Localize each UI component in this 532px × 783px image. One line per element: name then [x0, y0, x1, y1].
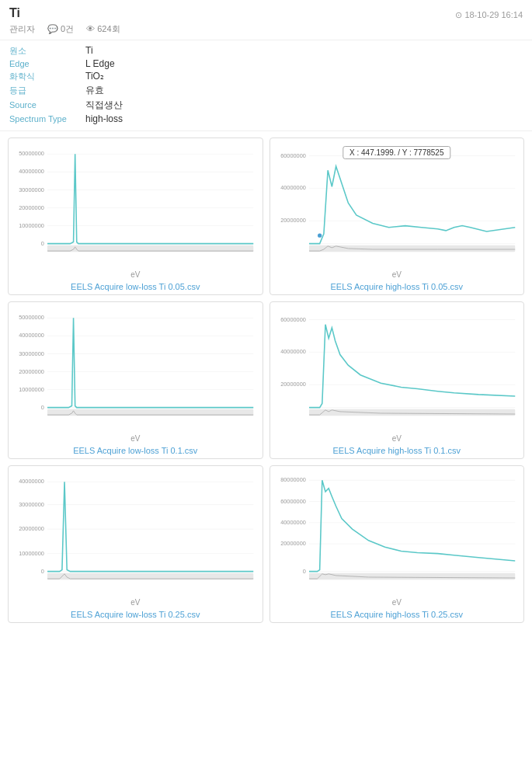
info-label: Edge: [9, 59, 79, 68]
svg-text:40000000: 40000000: [280, 184, 306, 191]
chart-xlabel-1-left: eV: [13, 270, 258, 279]
svg-text:40000000: 40000000: [19, 332, 44, 339]
chart-title-3-right[interactable]: EELS Acquire high-loss Ti 0.25.csv: [275, 610, 520, 619]
chart-card-3-right: 80000000 60000000 40000000 20000000 0 50…: [269, 465, 525, 623]
chart-svg-2-right: 60000000 40000000 20000000 450 500 550 6…: [275, 308, 520, 417]
info-value: 유효: [85, 84, 104, 97]
info-row: 화학식TiO₂: [9, 71, 523, 82]
svg-text:10000000: 10000000: [19, 222, 44, 229]
svg-text:20000000: 20000000: [280, 381, 306, 388]
info-section: 원소TiEdgeL Edge화학식TiO₂등급유효Source직접생산Spect…: [0, 40, 532, 131]
chart-title-3-left[interactable]: EELS Acquire low-loss Ti 0.25.csv: [13, 610, 258, 619]
svg-text:10000000: 10000000: [19, 550, 44, 557]
info-row: 원소Ti: [9, 45, 523, 57]
chart-xlabel-3-left: eV: [13, 598, 258, 607]
info-value: TiO₂: [85, 71, 104, 82]
charts-row-2: 50000000 40000000 30000000 20000000 1000…: [8, 301, 524, 459]
svg-text:40000000: 40000000: [280, 519, 306, 526]
page-title: Ti: [9, 6, 20, 20]
chart-title-2-left[interactable]: EELS Acquire low-loss Ti 0.1.csv: [13, 446, 258, 455]
svg-text:0: 0: [41, 404, 44, 411]
info-row: Spectrum Typehigh-loss: [9, 113, 523, 124]
info-value: 직접생산: [85, 99, 123, 112]
chart-card-1-right: X : 447.1999. / Y : 7778525 60000000 400…: [269, 137, 525, 295]
chart-title-2-right[interactable]: EELS Acquire high-loss Ti 0.1.csv: [275, 446, 520, 455]
comments-count: 0건: [61, 24, 74, 33]
svg-text:20000000: 20000000: [19, 368, 44, 375]
timestamp: ⊙ 18-10-29 16:14: [455, 10, 523, 20]
chart-xlabel-1-right: eV: [275, 270, 520, 279]
chart-svg-3-left: 40000000 30000000 20000000 10000000 0 0 …: [13, 472, 258, 581]
svg-text:20000000: 20000000: [280, 217, 306, 224]
page-header: Ti ⊙ 18-10-29 16:14 관리자 💬 0건 👁 624회: [0, 0, 532, 40]
svg-text:60000000: 60000000: [280, 316, 306, 323]
manager-label: 관리자: [9, 23, 35, 35]
svg-text:30000000: 30000000: [19, 186, 44, 193]
chart-svg-1-left: 50000000 40000000 30000000 20000000 1000…: [13, 144, 258, 253]
info-row: Source직접생산: [9, 99, 523, 112]
svg-text:10000000: 10000000: [19, 386, 44, 393]
chart-area-3-right: 80000000 60000000 40000000 20000000 0 50…: [275, 472, 520, 597]
chart-xlabel-3-right: eV: [275, 598, 520, 607]
chart-svg-2-left: 50000000 40000000 30000000 20000000 1000…: [13, 308, 258, 417]
chart-title-1-right[interactable]: EELS Acquire high-loss Ti 0.05.csv: [275, 282, 520, 291]
views-meta: 👁 624회: [86, 23, 120, 35]
svg-text:60000000: 60000000: [280, 152, 306, 159]
svg-text:60000000: 60000000: [280, 498, 306, 505]
chart-area-2-right: 60000000 40000000 20000000 450 500 550 6…: [275, 308, 520, 433]
info-value: L Edge: [85, 58, 115, 69]
chart-card-3-left: 40000000 30000000 20000000 10000000 0 0 …: [8, 465, 263, 623]
chart-xlabel-2-right: eV: [275, 434, 520, 443]
chart-area-3-left: 40000000 30000000 20000000 10000000 0 0 …: [13, 472, 258, 597]
svg-text:0: 0: [41, 240, 44, 247]
chart-area-1-right: X : 447.1999. / Y : 7778525 60000000 400…: [275, 144, 520, 269]
svg-text:0: 0: [302, 568, 305, 575]
comments-meta: 💬 0건: [47, 23, 74, 35]
svg-text:80000000: 80000000: [280, 476, 306, 483]
svg-text:40000000: 40000000: [19, 478, 44, 485]
info-label: Source: [9, 100, 79, 110]
views-icon: 👁: [86, 24, 95, 33]
chart-card-2-left: 50000000 40000000 30000000 20000000 1000…: [8, 301, 263, 459]
info-label: 등급: [9, 85, 79, 96]
info-value: Ti: [85, 45, 93, 56]
info-row: 등급유효: [9, 84, 523, 97]
svg-text:20000000: 20000000: [280, 540, 306, 547]
chart-svg-3-right: 80000000 60000000 40000000 20000000 0 50…: [275, 472, 520, 581]
charts-row-1: 50000000 40000000 30000000 20000000 1000…: [8, 137, 524, 295]
svg-text:40000000: 40000000: [19, 169, 44, 176]
svg-rect-60: [309, 409, 515, 416]
svg-text:50000000: 50000000: [19, 314, 44, 321]
chart-xlabel-2-left: eV: [13, 434, 258, 443]
info-label: 화학식: [9, 71, 79, 82]
svg-text:30000000: 30000000: [19, 501, 44, 508]
chart-svg-1-right: 60000000 40000000 20000000 460 480 500 5…: [275, 144, 520, 253]
charts-row-3: 40000000 30000000 20000000 10000000 0 0 …: [8, 465, 524, 623]
svg-text:20000000: 20000000: [19, 204, 44, 211]
info-label: 원소: [9, 45, 79, 57]
svg-text:30000000: 30000000: [19, 350, 44, 357]
charts-container: 50000000 40000000 30000000 20000000 1000…: [0, 131, 532, 635]
chart-area-2-left: 50000000 40000000 30000000 20000000 1000…: [13, 308, 258, 433]
chart-card-2-right: 60000000 40000000 20000000 450 500 550 6…: [269, 301, 525, 459]
views-count: 624회: [97, 24, 120, 33]
chart-area-1-left: 50000000 40000000 30000000 20000000 1000…: [13, 144, 258, 269]
chart-card-1-left: 50000000 40000000 30000000 20000000 1000…: [8, 137, 263, 295]
svg-rect-92: [309, 573, 515, 579]
svg-text:0: 0: [41, 568, 44, 575]
svg-text:20000000: 20000000: [19, 525, 44, 532]
tooltip-1-right: X : 447.1999. / Y : 7778525: [342, 146, 450, 159]
chart-title-1-left[interactable]: EELS Acquire low-loss Ti 0.05.csv: [13, 282, 258, 291]
info-value: high-loss: [85, 113, 123, 124]
svg-text:40000000: 40000000: [280, 348, 306, 355]
meta-row: 관리자 💬 0건 👁 624회: [9, 23, 523, 35]
svg-point-30: [318, 234, 322, 238]
svg-rect-31: [309, 245, 515, 252]
info-row: EdgeL Edge: [9, 58, 523, 69]
comments-icon: 💬: [47, 24, 58, 33]
svg-text:50000000: 50000000: [19, 150, 44, 157]
info-label: Spectrum Type: [9, 114, 79, 124]
